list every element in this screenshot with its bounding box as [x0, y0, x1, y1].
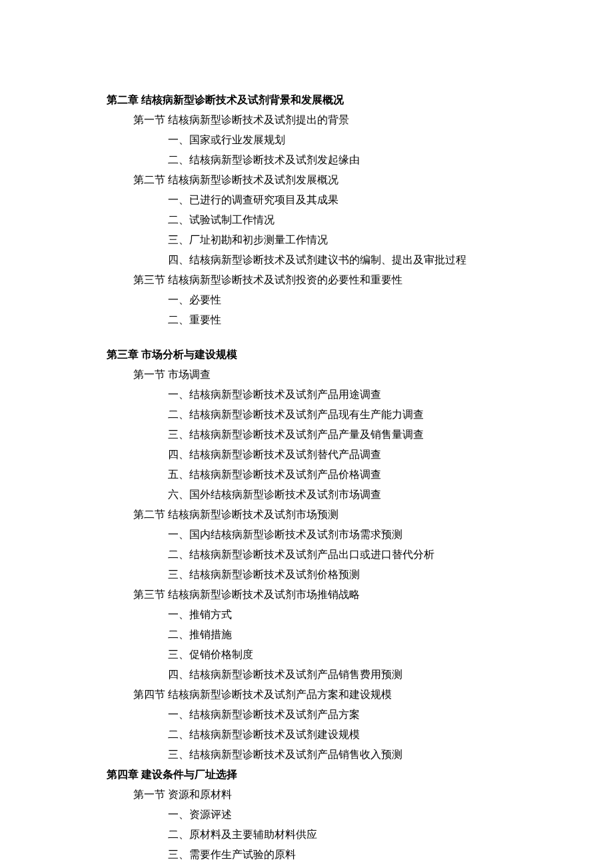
outline-item: 一、资源评述	[107, 807, 506, 823]
outline-item: 二、结核病新型诊断技术及试剂产品出口或进口替代分析	[107, 547, 506, 563]
outline-item: 二、推销措施	[107, 627, 506, 643]
section-title: 第二节 结核病新型诊断技术及试剂发展概况	[107, 172, 506, 188]
chapter-title: 第四章 建设条件与厂址选择	[107, 767, 506, 783]
outline-item: 二、试验试制工作情况	[107, 212, 506, 228]
section-title: 第四节 结核病新型诊断技术及试剂产品方案和建设规模	[107, 687, 506, 703]
outline-item: 一、必要性	[107, 292, 506, 308]
outline-item: 三、促销价格制度	[107, 647, 506, 663]
outline-item: 三、需要作生产试验的原料	[107, 847, 506, 863]
section-title: 第一节 结核病新型诊断技术及试剂提出的背景	[107, 112, 506, 128]
section-title: 第一节 资源和原材料	[107, 787, 506, 803]
document-content: 第二章 结核病新型诊断技术及试剂背景和发展概况第一节 结核病新型诊断技术及试剂提…	[107, 92, 506, 868]
outline-item: 四、结核病新型诊断技术及试剂替代产品调查	[107, 447, 506, 463]
outline-item: 三、厂址初勘和初步测量工作情况	[107, 232, 506, 248]
outline-item: 一、已进行的调查研究项目及其成果	[107, 192, 506, 208]
outline-item: 四、结核病新型诊断技术及试剂建议书的编制、提出及审批过程	[107, 252, 506, 268]
outline-item: 二、结核病新型诊断技术及试剂建设规模	[107, 727, 506, 743]
section-title: 第二节 结核病新型诊断技术及试剂市场预测	[107, 507, 506, 523]
outline-item: 二、重要性	[107, 312, 506, 328]
section-title: 第一节 市场调查	[107, 367, 506, 383]
outline-item: 四、结核病新型诊断技术及试剂产品销售费用预测	[107, 667, 506, 683]
chapter-title: 第三章 市场分析与建设规模	[107, 347, 506, 363]
section-title: 第三节 结核病新型诊断技术及试剂投资的必要性和重要性	[107, 272, 506, 288]
chapter-title: 第二章 结核病新型诊断技术及试剂背景和发展概况	[107, 92, 506, 108]
outline-item: 二、原材料及主要辅助材料供应	[107, 827, 506, 843]
outline-item: 二、结核病新型诊断技术及试剂发起缘由	[107, 152, 506, 168]
section-title: 第三节 结核病新型诊断技术及试剂市场推销战略	[107, 587, 506, 603]
outline-item: 三、结核病新型诊断技术及试剂产品销售收入预测	[107, 747, 506, 763]
outline-item: 三、结核病新型诊断技术及试剂价格预测	[107, 567, 506, 583]
outline-item: 三、结核病新型诊断技术及试剂产品产量及销售量调查	[107, 427, 506, 443]
outline-item: 一、推销方式	[107, 607, 506, 623]
outline-item: 六、国外结核病新型诊断技术及试剂市场调查	[107, 487, 506, 503]
outline-item: 一、国内结核病新型诊断技术及试剂市场需求预测	[107, 527, 506, 543]
outline-item: 二、结核病新型诊断技术及试剂产品现有生产能力调查	[107, 407, 506, 423]
outline-item: 一、结核病新型诊断技术及试剂产品方案	[107, 707, 506, 723]
outline-item: 五、结核病新型诊断技术及试剂产品价格调查	[107, 467, 506, 483]
outline-item: 一、国家或行业发展规划	[107, 132, 506, 148]
outline-item: 一、结核病新型诊断技术及试剂产品用途调查	[107, 387, 506, 403]
